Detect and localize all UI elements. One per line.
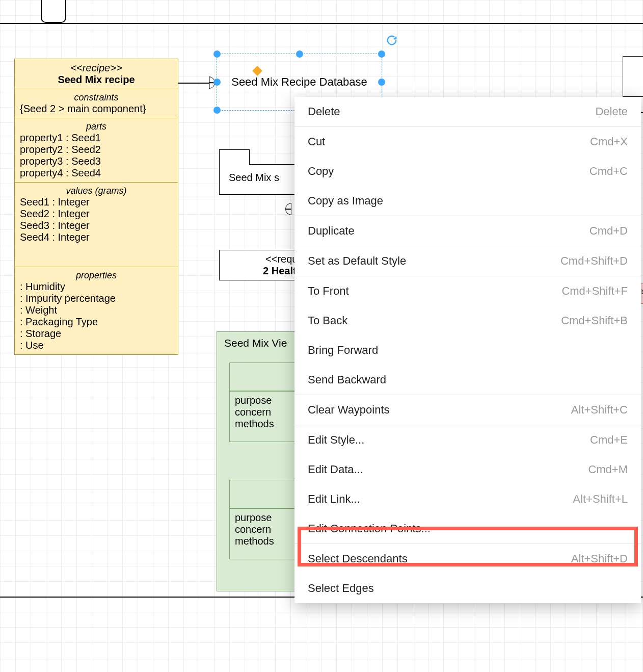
menu-item-shortcut: Alt+Shift+D [571, 552, 628, 565]
menu-item-label: Select Edges [308, 582, 374, 595]
selection-handle[interactable] [378, 50, 385, 58]
menu-item-edit-data[interactable]: Edit Data...Cmd+M [294, 455, 641, 484]
selection-handle[interactable] [296, 50, 303, 58]
frame-top-border [0, 23, 643, 24]
menu-item-label: Edit Data... [308, 463, 363, 476]
uml-values-header: values (grams) [20, 186, 173, 196]
uml-prop: : Storage [20, 328, 173, 340]
uml-node-partial[interactable] [623, 56, 643, 97]
frame-tab [41, 0, 66, 23]
menu-item-label: Set as Default Style [308, 254, 406, 268]
menu-item-label: Copy [308, 165, 334, 178]
menu-item-set-as-default-style[interactable]: Set as Default StyleCmd+Shift+D [294, 246, 641, 276]
menu-item-edit-link[interactable]: Edit Link...Alt+Shift+L [294, 484, 641, 514]
menu-item-label: Duplicate [308, 224, 355, 238]
menu-item-label: Edit Style... [308, 433, 364, 447]
uml-value: Seed3 : Integer [20, 220, 173, 231]
menu-item-label: Bring Forward [308, 344, 378, 357]
selection-handle[interactable] [213, 107, 221, 114]
menu-item-copy[interactable]: CopyCmd+C [294, 157, 641, 186]
menu-item-label: Send Backward [308, 373, 386, 386]
context-menu: DeleteDeleteCutCmd+XCopyCmd+CCopy as Ima… [294, 97, 641, 603]
menu-item-shortcut: Cmd+E [590, 433, 628, 447]
menu-item-bring-forward[interactable]: Bring Forward [294, 335, 641, 365]
uml-stereotype: <<recipe>> [20, 62, 173, 74]
menu-item-label: To Front [308, 285, 349, 298]
menu-item-label: To Back [308, 314, 347, 327]
uml-properties-header: properties [20, 270, 173, 281]
menu-item-label: Cut [308, 135, 325, 148]
menu-item-label: Clear Waypoints [308, 403, 390, 417]
menu-item-to-front[interactable]: To FrontCmd+Shift+F [294, 276, 641, 306]
selection-handle[interactable] [378, 79, 385, 86]
rotate-icon[interactable] [386, 35, 397, 46]
menu-item-send-backward[interactable]: Send Backward [294, 365, 641, 395]
menu-item-copy-as-image[interactable]: Copy as Image [294, 186, 641, 216]
uml-class-seed-mix-recipe[interactable]: <<recipe>> Seed Mix recipe constraints {… [14, 59, 178, 355]
uml-value: Seed4 : Integer [20, 231, 173, 243]
menu-item-shortcut: Alt+Shift+C [571, 403, 628, 417]
menu-item-label: Copy as Image [308, 194, 383, 208]
uml-part: property1 : Seed1 [20, 132, 173, 144]
menu-item-to-back[interactable]: To BackCmd+Shift+B [294, 306, 641, 335]
uml-value: Seed2 : Integer [20, 208, 173, 220]
uml-prop: : Humidity [20, 281, 173, 293]
menu-item-clear-waypoints[interactable]: Clear WaypointsAlt+Shift+C [294, 395, 641, 425]
menu-item-shortcut: Cmd+D [590, 224, 628, 238]
uml-part: property2 : Seed2 [20, 144, 173, 156]
selection-handle[interactable] [213, 79, 221, 86]
uml-prop: : Weight [20, 304, 173, 316]
menu-item-shortcut: Cmd+C [590, 165, 628, 178]
connection-point-icon[interactable] [252, 66, 262, 76]
menu-item-select-edges[interactable]: Select Edges [294, 574, 641, 603]
menu-item-shortcut: Alt+Shift+L [573, 493, 628, 506]
menu-item-label: Delete [308, 105, 340, 118]
uml-prop: : Use [20, 340, 173, 351]
menu-item-delete[interactable]: DeleteDelete [294, 97, 641, 126]
menu-item-edit-connection-points[interactable]: Edit Connection Points... [294, 514, 641, 544]
menu-item-cut[interactable]: CutCmd+X [294, 127, 641, 157]
menu-item-duplicate[interactable]: DuplicateCmd+D [294, 216, 641, 246]
uml-constraint: {Seed 2 > main component} [20, 103, 173, 115]
menu-item-label: Edit Link... [308, 493, 360, 506]
menu-item-shortcut: Cmd+Shift+F [561, 285, 628, 298]
node-label: Seed Mix Recipe Database [231, 75, 367, 89]
menu-item-select-descendants[interactable]: Select DescendantsAlt+Shift+D [294, 544, 641, 574]
uml-prop: : Impurity percentage [20, 293, 173, 304]
uml-value: Seed1 : Integer [20, 196, 173, 208]
uml-class-title: Seed Mix recipe [20, 74, 173, 86]
uml-prop: : Packaging Type [20, 316, 173, 328]
selection-handle[interactable] [213, 50, 221, 58]
menu-item-shortcut: Delete [595, 105, 628, 118]
uml-constraints-header: constraints [20, 92, 173, 103]
menu-item-label: Edit Connection Points... [308, 522, 431, 535]
menu-item-label: Select Descendants [308, 552, 408, 565]
menu-item-shortcut: Cmd+X [590, 135, 628, 148]
menu-item-shortcut: Cmd+Shift+D [560, 254, 628, 268]
connector-line[interactable] [178, 83, 209, 84]
uml-part: property3 : Seed3 [20, 156, 173, 167]
menu-item-edit-style[interactable]: Edit Style...Cmd+E [294, 425, 641, 455]
uml-parts-header: parts [20, 121, 173, 132]
menu-item-shortcut: Cmd+M [588, 463, 628, 476]
uml-part: property4 : Seed4 [20, 167, 173, 179]
menu-item-shortcut: Cmd+Shift+B [561, 314, 628, 327]
